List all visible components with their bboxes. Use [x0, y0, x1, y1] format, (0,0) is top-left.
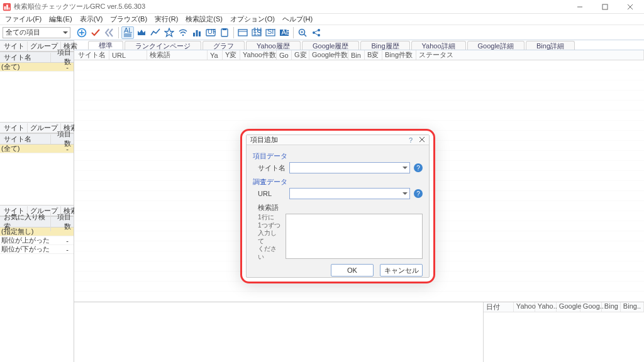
logcol-date[interactable]: 日付	[484, 302, 514, 312]
wifi-icon[interactable]	[177, 26, 189, 39]
col-bin[interactable]: Bin	[348, 50, 365, 60]
logcol-y1[interactable]: Yahoo	[514, 302, 535, 312]
tab-g-detail[interactable]: Google詳細	[467, 41, 525, 50]
url-label: URL	[258, 190, 286, 197]
tab-g-hist[interactable]: Google履歴	[302, 41, 359, 50]
minimize-button[interactable]	[569, 1, 591, 13]
svg-rect-17	[196, 30, 198, 36]
close-button[interactable]	[619, 1, 641, 13]
svg-rect-22	[223, 28, 226, 30]
tab-y-detail[interactable]: Yahoo詳細	[411, 41, 466, 50]
maximize-button[interactable]	[594, 1, 616, 13]
bars-icon[interactable]	[191, 26, 203, 39]
title-bar: 検索順位チェックツールGRC ver.5.66.303	[0, 0, 644, 14]
star-icon[interactable]	[163, 26, 175, 39]
logcol-g1[interactable]: Google	[557, 302, 580, 312]
site-help-icon[interactable]: ?	[414, 163, 423, 172]
dialog-help-icon[interactable]: ?	[409, 136, 413, 144]
fav-row-up[interactable]: 順位が上がった-	[0, 236, 74, 245]
col-keyword[interactable]: 検索語	[147, 50, 208, 60]
col-bchg[interactable]: B変	[365, 50, 382, 60]
fav-row-down[interactable]: 順位が下がった-	[0, 245, 74, 254]
site-label: サイト名	[258, 163, 286, 173]
rewind-icon[interactable]	[103, 26, 116, 39]
one-url-icon[interactable]: 1URL1SITE	[250, 26, 263, 39]
logcol-g2[interactable]: Goog..	[580, 302, 602, 312]
site-name-input[interactable]	[289, 162, 410, 173]
logcol-b1[interactable]: Bing	[602, 302, 621, 312]
line-chart-icon[interactable]	[149, 26, 162, 39]
keyword-textarea[interactable]	[286, 214, 423, 259]
menu-file[interactable]: ファイル(F)	[5, 14, 42, 24]
url-icon[interactable]: URL	[204, 26, 217, 39]
col2-count[interactable]: 項目数	[51, 129, 74, 148]
ok-button[interactable]: OK	[331, 264, 374, 277]
history-table: 日付 Yahoo Yaho.. Google Goog.. Bing Bing.…	[483, 302, 644, 362]
section-survey-data: 調査データ	[253, 177, 423, 187]
log-area[interactable]	[74, 302, 483, 362]
url-input[interactable]	[289, 188, 410, 199]
tab-y-hist[interactable]: Yahoo履歴	[246, 41, 301, 50]
menu-edit[interactable]: 編集(E)	[49, 14, 72, 24]
tab-graph[interactable]: グラフ	[203, 41, 245, 50]
add-item-dialog: 項目追加 ? 項目データ サイト名 ? 調査データ URL ? 検索語 1行に …	[246, 134, 430, 278]
clipboard-icon[interactable]	[218, 26, 231, 39]
col-ya[interactable]: Ya	[208, 50, 223, 60]
tab-b-hist[interactable]: Bing履歴	[360, 41, 409, 50]
menu-help[interactable]: ヘルプ(H)	[282, 14, 313, 24]
check-icon[interactable]	[89, 26, 102, 39]
svg-rect-23	[238, 30, 247, 36]
crown-icon[interactable]	[135, 26, 148, 39]
filter-combo-value: 全ての項目	[6, 28, 40, 37]
dialog-title: 項目追加	[250, 135, 409, 145]
menu-bar: ファイル(F) 編集(E) 表示(V) ブラウズ(B) 実行(R) 検索設定(S…	[0, 14, 644, 25]
svg-text:1SITE: 1SITE	[253, 29, 262, 36]
logcol-y2[interactable]: Yaho..	[535, 302, 557, 312]
col-go[interactable]: Go	[277, 50, 292, 60]
all-icon[interactable]: ALL	[121, 26, 134, 39]
filter-combo[interactable]: 全ての項目	[3, 27, 70, 38]
col-ychg[interactable]: Y変	[223, 50, 240, 60]
ab-icon[interactable]: AB	[278, 26, 291, 39]
svg-line-40	[315, 33, 318, 35]
tab2-site[interactable]: サイト	[1, 123, 28, 133]
menu-view[interactable]: 表示(V)	[80, 14, 103, 24]
col2-sitename[interactable]: サイト名	[1, 134, 51, 144]
col-gcount[interactable]: Google件数	[309, 50, 348, 60]
dialog-highlight: 項目追加 ? 項目データ サイト名 ? 調査データ URL ? 検索語 1行に …	[240, 129, 435, 283]
menu-option[interactable]: オプション(O)	[230, 14, 275, 24]
dialog-close-icon[interactable]	[419, 136, 425, 144]
tab-rankin[interactable]: ランクインページ	[125, 41, 201, 50]
col-status[interactable]: ステータス	[416, 50, 644, 60]
share-icon[interactable]	[310, 26, 323, 39]
menu-search[interactable]: 検索設定(S)	[186, 14, 223, 24]
toolbar: ALL URL 1URL1SITE SITE AB	[75, 26, 323, 39]
col-count[interactable]: 項目数	[51, 48, 74, 67]
menu-run[interactable]: 実行(R)	[155, 14, 178, 24]
col-gchg[interactable]: G変	[292, 50, 309, 60]
col-url[interactable]: URL	[109, 50, 147, 60]
menu-browse[interactable]: ブラウズ(B)	[110, 14, 147, 24]
bottom-panel: 日付 Yahoo Yaho.. Google Goog.. Bing Bing.…	[74, 302, 644, 362]
result-tabs: 標準 ランクインページ グラフ Yahoo履歴 Google履歴 Bing履歴 …	[74, 40, 644, 50]
svg-text:AB: AB	[282, 28, 290, 36]
col-sitename[interactable]: サイト名	[1, 53, 51, 62]
col-sitename[interactable]: サイト名	[75, 50, 109, 60]
col-bcount[interactable]: Bing件数	[382, 50, 416, 60]
site-icon[interactable]: SITE	[264, 26, 277, 39]
col3-count[interactable]: 項目数	[51, 212, 74, 231]
svg-rect-1	[4, 6, 6, 9]
cancel-button[interactable]: キャンセル	[380, 264, 423, 277]
add-icon[interactable]	[75, 26, 88, 39]
col-ycount[interactable]: Yahoo件数	[240, 50, 277, 60]
svg-line-39	[315, 30, 318, 32]
col3-fav[interactable]: お気に入り検索	[1, 212, 51, 231]
tab-site[interactable]: サイト	[1, 41, 28, 51]
tab-standard[interactable]: 標準	[88, 41, 123, 50]
tab-b-detail[interactable]: Bing詳細	[526, 41, 575, 50]
zoom-icon[interactable]	[296, 26, 309, 39]
window-icon[interactable]	[236, 26, 249, 39]
logcol-b2[interactable]: Bing..	[621, 302, 644, 312]
window-title: 検索順位チェックツールGRC ver.5.66.303	[14, 2, 569, 11]
url-help-icon[interactable]: ?	[414, 189, 423, 198]
